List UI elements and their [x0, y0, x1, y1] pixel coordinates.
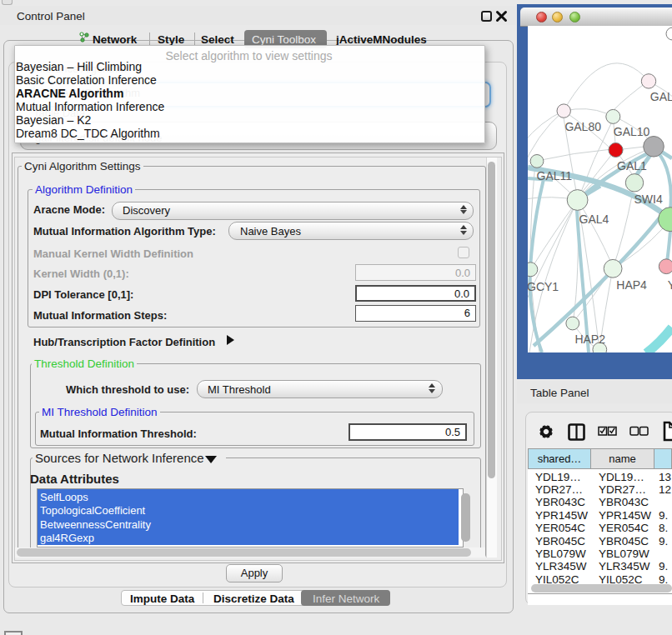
svg-text:GCY1: GCY1 [528, 280, 559, 293]
svg-text:GAL11: GAL11 [537, 169, 573, 182]
svg-text:HAP2: HAP2 [574, 332, 605, 346]
svg-text:GAL: GAL [650, 90, 672, 103]
svg-text:HAP4: HAP4 [616, 278, 647, 292]
svg-text:Y: Y [668, 278, 672, 292]
svg-text:GAL4: GAL4 [579, 212, 609, 226]
svg-text:GAL10: GAL10 [614, 125, 650, 138]
svg-text:GAL1: GAL1 [617, 159, 647, 172]
svg-text:GAL80: GAL80 [564, 120, 601, 133]
svg-text:SWI4: SWI4 [634, 192, 663, 206]
